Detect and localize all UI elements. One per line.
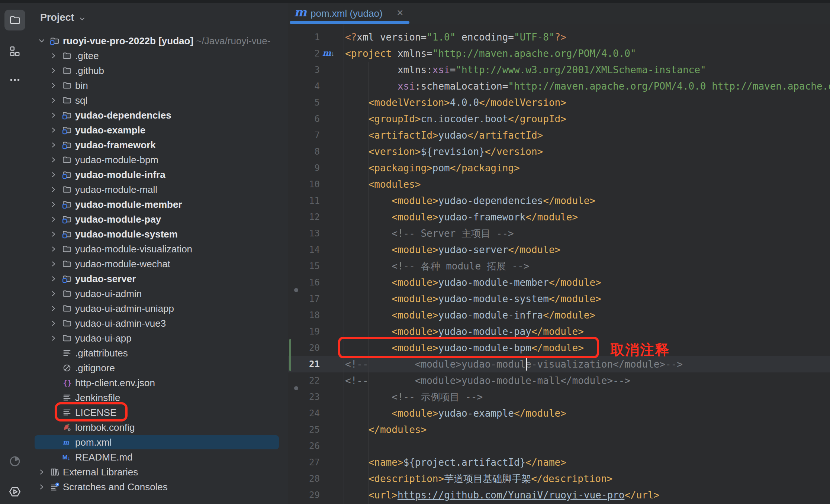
- tree-item-yudao-server[interactable]: yudao-server: [30, 271, 288, 286]
- tree-item-pom-xml[interactable]: mpom.xml: [30, 435, 288, 450]
- line-number-21[interactable]: 21: [288, 359, 320, 370]
- code-line-10[interactable]: <modules>: [345, 176, 421, 193]
- tree-item-yudao-ui-admin[interactable]: yudao-ui-admin: [30, 286, 288, 301]
- tree-item-yudao-module-system[interactable]: yudao-module-system: [30, 227, 288, 242]
- tree-item-sql[interactable]: sql: [30, 93, 288, 108]
- code-line-25[interactable]: </modules>: [345, 421, 427, 438]
- chevron-right-icon[interactable]: [50, 320, 57, 327]
- more-tool-windows-button[interactable]: [9, 74, 21, 86]
- line-number-29[interactable]: 29: [288, 490, 320, 501]
- tree-item-yudao-module-infra[interactable]: yudao-module-infra: [30, 167, 288, 182]
- tab-pom-xml[interactable]: m pom.xml (yudao) ×: [290, 3, 409, 24]
- project-tool-button[interactable]: [4, 10, 25, 30]
- tree-item-gitee[interactable]: .gitee: [30, 48, 288, 63]
- tree-item-yudao-module-visualization[interactable]: yudao-module-visualization: [30, 242, 288, 256]
- line-number-10[interactable]: 10: [288, 179, 320, 190]
- line-number-8[interactable]: 8: [288, 146, 320, 157]
- tree-item-scratches-and-consoles[interactable]: Scratches and Consoles: [30, 479, 288, 494]
- tree-item-bin[interactable]: bin: [30, 78, 288, 93]
- chevron-right-icon[interactable]: [50, 201, 57, 208]
- chevron-right-icon[interactable]: [50, 67, 57, 74]
- tree-item-yudao-ui-admin-uniapp[interactable]: yudao-ui-admin-uniapp: [30, 301, 288, 316]
- chevron-down-icon[interactable]: [38, 37, 45, 45]
- tree-item-yudao-ui-app[interactable]: yudao-ui-app: [30, 331, 288, 346]
- chevron-right-icon[interactable]: [50, 305, 57, 312]
- tree-item-yudao-module-pay[interactable]: yudao-module-pay: [30, 212, 288, 227]
- line-number-15[interactable]: 15: [288, 261, 320, 272]
- chevron-right-icon[interactable]: [50, 186, 57, 193]
- line-number-9[interactable]: 9: [288, 162, 320, 174]
- line-number-28[interactable]: 28: [288, 473, 320, 484]
- close-icon[interactable]: ×: [397, 6, 403, 19]
- code-line-8[interactable]: <version>${revision}</version>: [345, 143, 543, 160]
- tree-item-yudao-framework[interactable]: yudao-framework: [30, 138, 288, 152]
- line-number-22[interactable]: 22: [288, 375, 320, 386]
- chevron-right-icon[interactable]: [50, 112, 57, 119]
- tree-item-yudao-dependencies[interactable]: yudao-dependencies: [30, 108, 288, 123]
- line-number-2[interactable]: 2: [288, 48, 320, 59]
- code-line-14[interactable]: <module>yudao-server</module>: [345, 242, 560, 258]
- code-line-22[interactable]: <!-- <module>yudao-module-mall</module>-…: [345, 372, 630, 389]
- line-number-3[interactable]: 3: [288, 64, 320, 75]
- chevron-right-icon[interactable]: [50, 141, 57, 149]
- code-line-4[interactable]: xsi:schemaLocation="http://maven.apache.…: [345, 78, 830, 94]
- line-number-16[interactable]: 16: [288, 277, 320, 288]
- profiler-tool-button[interactable]: [9, 455, 21, 468]
- line-number-25[interactable]: 25: [288, 424, 320, 435]
- code-line-6[interactable]: <groupId>cn.iocoder.boot</groupId>: [345, 111, 566, 127]
- code-line-11[interactable]: <module>yudao-dependencies</module>: [345, 193, 595, 209]
- editor-area[interactable]: 1<?xml version="1.0" encoding="UTF-8"?>2…: [288, 24, 830, 504]
- tree-item-yudao-ui-admin-vue3[interactable]: yudao-ui-admin-vue3: [30, 316, 288, 331]
- line-number-4[interactable]: 4: [288, 81, 320, 92]
- tree-item-yudao-module-mall[interactable]: yudao-module-mall: [30, 182, 288, 197]
- line-number-7[interactable]: 7: [288, 130, 320, 141]
- code-line-2[interactable]: <project xmlns="http://maven.apache.org/…: [345, 45, 636, 62]
- line-number-5[interactable]: 5: [288, 97, 320, 108]
- code-line-27[interactable]: <name>${project.artifactId}</name>: [345, 454, 566, 471]
- line-number-17[interactable]: 17: [288, 293, 320, 304]
- chevron-right-icon[interactable]: [50, 290, 57, 297]
- chevron-right-icon[interactable]: [50, 156, 57, 164]
- tree-item-github[interactable]: .github: [30, 63, 288, 78]
- code-line-23[interactable]: <!-- 示例项目 -->: [345, 389, 483, 405]
- line-number-11[interactable]: 11: [288, 195, 320, 206]
- services-tool-button[interactable]: [8, 485, 22, 498]
- tree-item-yudao-module-member[interactable]: yudao-module-member: [30, 197, 288, 212]
- chevron-right-icon[interactable]: [50, 97, 57, 104]
- code-line-3[interactable]: xmlns:xsi="http://www.w3.org/2001/XMLSch…: [345, 62, 706, 78]
- tree-item-lombok-config[interactable]: lombok.config: [30, 420, 288, 435]
- maven-goto-icon[interactable]: m↓: [322, 48, 341, 58]
- tree-item-yudao-example[interactable]: yudao-example: [30, 123, 288, 138]
- tree-item-external-libraries[interactable]: External Libraries: [30, 465, 288, 479]
- chevron-right-icon[interactable]: [50, 216, 57, 223]
- tree-item-yudao-module-wechat[interactable]: yudao-module-wechat: [30, 256, 288, 271]
- structure-tool-button[interactable]: [9, 45, 21, 57]
- chevron-right-icon[interactable]: [50, 52, 57, 59]
- code-line-12[interactable]: <module>yudao-framework</module>: [345, 209, 578, 225]
- code-line-5[interactable]: <modelVersion>4.0.0</modelVersion>: [345, 94, 566, 111]
- tree-item-readme-md[interactable]: M↓README.md: [30, 450, 288, 465]
- line-number-13[interactable]: 13: [288, 228, 320, 239]
- code-line-18[interactable]: <module>yudao-module-infra</module>: [345, 307, 595, 323]
- chevron-right-icon[interactable]: [50, 245, 57, 253]
- project-dropdown[interactable]: Project: [40, 12, 74, 23]
- code-line-1[interactable]: <?xml version="1.0" encoding="UTF-8"?>: [345, 29, 566, 45]
- line-number-14[interactable]: 14: [288, 244, 320, 255]
- line-number-24[interactable]: 24: [288, 408, 320, 419]
- line-number-6[interactable]: 6: [288, 113, 320, 125]
- chevron-right-icon[interactable]: [38, 483, 45, 491]
- line-number-12[interactable]: 12: [288, 211, 320, 223]
- line-number-1[interactable]: 1: [288, 32, 320, 43]
- line-number-19[interactable]: 19: [288, 326, 320, 337]
- chevron-right-icon[interactable]: [38, 468, 45, 476]
- tree-item-ruoyi-vue-pro-2022b-yudao[interactable]: ruoyi-vue-pro-2022b [yudao] ~/Java/ruoyi…: [30, 33, 288, 48]
- chevron-down-icon[interactable]: [78, 15, 86, 23]
- tree-item-http-client-env-json[interactable]: {}http-client.env.json: [30, 375, 288, 390]
- tree-item-gitignore[interactable]: .gitignore: [30, 361, 288, 375]
- code-line-15[interactable]: <!-- 各种 module 拓展 -->: [345, 258, 529, 274]
- code-line-13[interactable]: <!-- Server 主项目 -->: [345, 225, 514, 242]
- code-line-17[interactable]: <module>yudao-module-system</module>: [345, 291, 601, 307]
- line-number-18[interactable]: 18: [288, 310, 320, 321]
- code-line-7[interactable]: <artifactId>yudao</artifactId>: [345, 127, 543, 143]
- chevron-right-icon[interactable]: [50, 171, 57, 178]
